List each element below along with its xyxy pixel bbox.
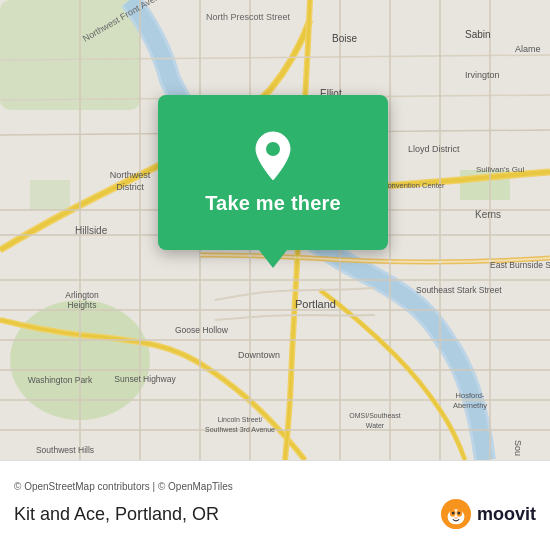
svg-text:Lloyd District: Lloyd District [408, 144, 460, 154]
svg-text:Abernethy: Abernethy [453, 401, 487, 410]
svg-text:Southeast Stark Street: Southeast Stark Street [416, 285, 502, 295]
svg-text:East Burnside S: East Burnside S [490, 260, 550, 270]
svg-point-61 [457, 512, 460, 515]
svg-text:Convention Center: Convention Center [382, 181, 445, 190]
svg-text:Kerns: Kerns [475, 209, 501, 220]
svg-text:Southwest 3rd Avenue: Southwest 3rd Avenue [205, 426, 275, 433]
svg-point-60 [452, 512, 455, 515]
svg-text:Alame: Alame [515, 44, 541, 54]
svg-text:Hillside: Hillside [75, 225, 108, 236]
location-icon [247, 130, 299, 182]
svg-point-55 [266, 142, 280, 156]
svg-text:Water: Water [366, 422, 385, 429]
take-me-there-button[interactable]: Take me there [205, 192, 341, 215]
svg-text:District: District [116, 182, 144, 192]
place-name: Kit and Ace, Portland, OR [14, 504, 219, 525]
svg-text:OMSI/Southeast: OMSI/Southeast [349, 412, 400, 419]
svg-text:Southwest Hills: Southwest Hills [36, 445, 94, 455]
bottom-bar: © OpenStreetMap contributors | © OpenMap… [0, 460, 550, 550]
moovit-brand-text: moovit [477, 504, 536, 525]
svg-point-62 [454, 517, 458, 519]
svg-text:Portland: Portland [295, 298, 336, 310]
svg-text:Sou: Sou [513, 440, 523, 456]
svg-text:Northwest: Northwest [110, 170, 151, 180]
map-attribution: © OpenStreetMap contributors | © OpenMap… [14, 481, 536, 492]
svg-text:Goose Hollow: Goose Hollow [175, 325, 229, 335]
svg-text:Hosford-: Hosford- [456, 391, 485, 400]
svg-text:Sunset Highway: Sunset Highway [114, 374, 176, 384]
place-info-row: Kit and Ace, Portland, OR moovit [14, 498, 536, 530]
svg-text:Irvington: Irvington [465, 70, 500, 80]
svg-text:Arlington: Arlington [65, 290, 99, 300]
svg-text:Lincoln Street/: Lincoln Street/ [218, 416, 263, 423]
svg-text:Downtown: Downtown [238, 350, 280, 360]
svg-text:Sabin: Sabin [465, 29, 491, 40]
action-card[interactable]: Take me there [158, 95, 388, 250]
map-container: North Prescott Street Northwest Front Av… [0, 0, 550, 460]
svg-text:Boise: Boise [332, 33, 357, 44]
svg-text:Heights: Heights [68, 300, 97, 310]
svg-text:Washington Park: Washington Park [28, 375, 93, 385]
svg-text:Sullivan's Gul: Sullivan's Gul [476, 165, 524, 174]
svg-text:North Prescott Street: North Prescott Street [206, 12, 291, 22]
moovit-logo: moovit [440, 498, 536, 530]
svg-rect-4 [30, 180, 70, 210]
